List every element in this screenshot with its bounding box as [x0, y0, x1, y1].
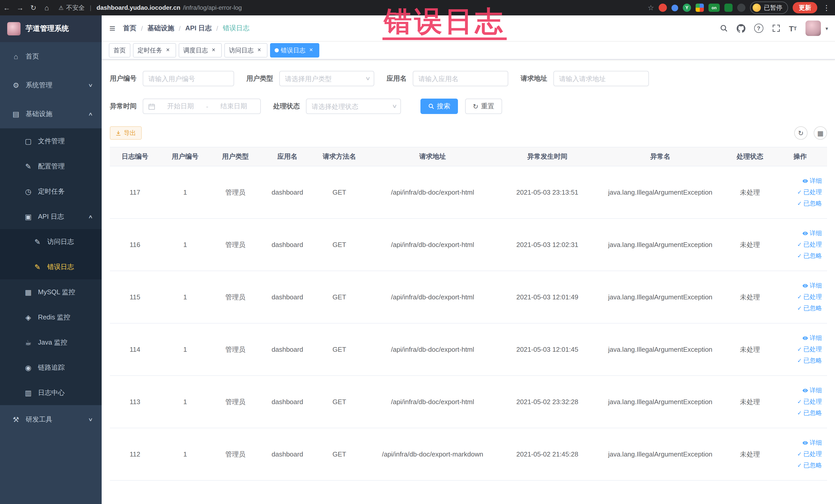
sidebar-item-system-mgmt[interactable]: ⚙ 系统管理 ∨	[0, 71, 102, 100]
extension-on-icon[interactable]: on	[709, 4, 720, 12]
extension-icon[interactable]: Y	[683, 4, 691, 12]
cell-status: 未处理	[727, 428, 773, 480]
address-bar[interactable]: ⚠ 不安全 | dashboard.yudao.iocoder.cn/infra…	[59, 3, 242, 12]
request-url-input[interactable]	[553, 71, 649, 86]
avatar[interactable]	[806, 21, 821, 36]
extensions-grid-icon[interactable]	[696, 4, 704, 12]
sidebar-item-mysql-monitor[interactable]: ▦ MySQL 监控	[0, 279, 102, 304]
cell-status: 未处理	[727, 219, 773, 271]
processed-link[interactable]: ✓已处理	[797, 450, 822, 459]
breadcrumb-infrastructure[interactable]: 基础设施	[148, 24, 174, 33]
ignored-link[interactable]: ✓已忽略	[797, 304, 822, 313]
sidebar-item-access-log[interactable]: ✎ 访问日志	[0, 229, 102, 254]
log-icon: ✎	[32, 238, 43, 246]
search-button[interactable]: 搜索	[421, 99, 458, 114]
detail-link[interactable]: 详细	[802, 439, 822, 447]
fullscreen-icon[interactable]	[772, 24, 780, 32]
processed-link[interactable]: ✓已处理	[797, 398, 822, 406]
home-icon[interactable]: ⌂	[40, 4, 54, 12]
cell-user-id: 1	[160, 219, 210, 271]
sidebar-item-log-center[interactable]: ▥ 日志中心	[0, 380, 102, 405]
ignored-link[interactable]: ✓已忽略	[797, 461, 822, 470]
ignored-link[interactable]: ✓已忽略	[797, 251, 822, 260]
check-icon: ✓	[797, 462, 802, 469]
breadcrumb-api-log[interactable]: API 日志	[185, 24, 212, 33]
ignored-link[interactable]: ✓已忽略	[797, 356, 822, 365]
close-icon[interactable]: ×	[307, 47, 315, 54]
tab-access-log[interactable]: 访问日志×	[224, 43, 267, 58]
sidebar-item-redis-monitor[interactable]: ◈ Redis 监控	[0, 304, 102, 330]
user-type-select[interactable]	[279, 71, 374, 86]
github-icon[interactable]	[736, 24, 745, 33]
forward-icon[interactable]: →	[13, 4, 27, 12]
sidebar-item-dev-tools[interactable]: ⚒ 研发工具 ∨	[0, 405, 102, 434]
chevron-down-icon: ∨	[88, 83, 94, 88]
profile-chip[interactable]: 已暂停	[750, 2, 788, 14]
close-icon[interactable]: ×	[256, 47, 263, 54]
column-settings-button[interactable]: ▦	[814, 126, 827, 140]
table-row: 117 1 管理员 dashboard GET /api/infra/db-do…	[110, 166, 827, 219]
cell-actions: 详细 ✓已处理 ✓已忽略	[773, 376, 827, 428]
col-time: 异常发生时间	[501, 147, 594, 166]
filter-row-1: 用户编号 用户类型 ∨ 应用名 请求地址	[110, 71, 827, 86]
detail-link[interactable]: 详细	[802, 281, 822, 290]
extension-icon[interactable]	[725, 4, 733, 12]
extension-icon[interactable]	[672, 4, 678, 11]
sidebar-item-config-mgmt[interactable]: ✎ 配置管理	[0, 154, 102, 179]
tab-home[interactable]: 首页	[109, 43, 130, 58]
cell-actions: 详细 ✓已处理 ✓已忽略	[773, 323, 827, 376]
detail-link[interactable]: 详细	[802, 177, 822, 185]
processed-link[interactable]: ✓已处理	[797, 293, 822, 301]
tab-error-log[interactable]: 错误日志×	[270, 43, 319, 58]
app-logo[interactable]: 芋道管理系统	[0, 15, 102, 42]
processed-link[interactable]: ✓已处理	[797, 240, 822, 249]
cell-actions: 详细 ✓已处理 ✓已忽略	[773, 271, 827, 323]
processed-link[interactable]: ✓已处理	[797, 345, 822, 354]
filter-request-url: 请求地址	[521, 71, 649, 86]
reload-icon[interactable]: ↻	[27, 4, 40, 12]
detail-link[interactable]: 详细	[802, 334, 822, 343]
sidebar-item-file-mgmt[interactable]: ▢ 文件管理	[0, 128, 102, 154]
chevron-down-icon: ∨	[88, 417, 94, 422]
chevron-up-icon: ∧	[88, 112, 94, 117]
end-date-placeholder: 结束日期	[212, 102, 255, 111]
cell-request-url: /api/infra/db-doc/export-markdown	[365, 428, 501, 480]
refresh-button[interactable]: ↻	[794, 126, 808, 140]
reset-button[interactable]: ↻ 重置	[465, 99, 502, 114]
sidebar-item-error-log[interactable]: ✎ 错误日志	[0, 254, 102, 279]
col-status: 处理状态	[727, 147, 773, 166]
bookmark-star-icon[interactable]: ☆	[648, 4, 654, 12]
processed-link[interactable]: ✓已处理	[797, 188, 822, 197]
sidebar-item-home[interactable]: ⌂ 首页	[0, 42, 102, 71]
export-button[interactable]: 导出	[110, 126, 142, 140]
update-button[interactable]: 更新	[793, 2, 817, 13]
search-icon[interactable]	[719, 24, 728, 32]
sidebar-item-java-monitor[interactable]: ☕ Java 监控	[0, 330, 102, 355]
sidebar-item-scheduled-jobs[interactable]: ◷ 定时任务	[0, 179, 102, 204]
sidebar-item-api-log[interactable]: ▣ API 日志 ∧	[0, 204, 102, 229]
process-status-select[interactable]	[306, 99, 401, 114]
back-icon[interactable]: ←	[0, 4, 13, 12]
collapse-sidebar-button[interactable]: ≡	[102, 22, 123, 34]
browser-menu-icon[interactable]: ⋮	[823, 4, 830, 12]
font-size-icon[interactable]: TT	[789, 24, 797, 33]
extension-icon[interactable]	[737, 4, 746, 12]
help-icon[interactable]: ?	[754, 24, 763, 33]
security-label: 不安全	[66, 3, 85, 12]
close-icon[interactable]: ×	[210, 47, 217, 54]
app-name-input[interactable]	[413, 71, 508, 86]
url-path: /infra/log/api-error-log	[183, 4, 242, 11]
close-icon[interactable]: ×	[164, 47, 171, 54]
ignored-link[interactable]: ✓已忽略	[797, 199, 822, 208]
user-id-input[interactable]	[143, 71, 234, 86]
tab-scheduled-jobs[interactable]: 定时任务×	[133, 43, 176, 58]
tab-schedule-log[interactable]: 调度日志×	[179, 43, 222, 58]
sidebar-item-tracing[interactable]: ◉ 链路追踪	[0, 355, 102, 380]
date-range-picker[interactable]: 开始日期 - 结束日期	[143, 99, 261, 114]
sidebar-item-infrastructure[interactable]: ▤ 基础设施 ∧	[0, 100, 102, 128]
detail-link[interactable]: 详细	[802, 229, 822, 238]
detail-link[interactable]: 详细	[802, 386, 822, 395]
extension-icon[interactable]	[659, 4, 667, 12]
ignored-link[interactable]: ✓已忽略	[797, 409, 822, 418]
breadcrumb-home[interactable]: 首页	[123, 24, 136, 33]
